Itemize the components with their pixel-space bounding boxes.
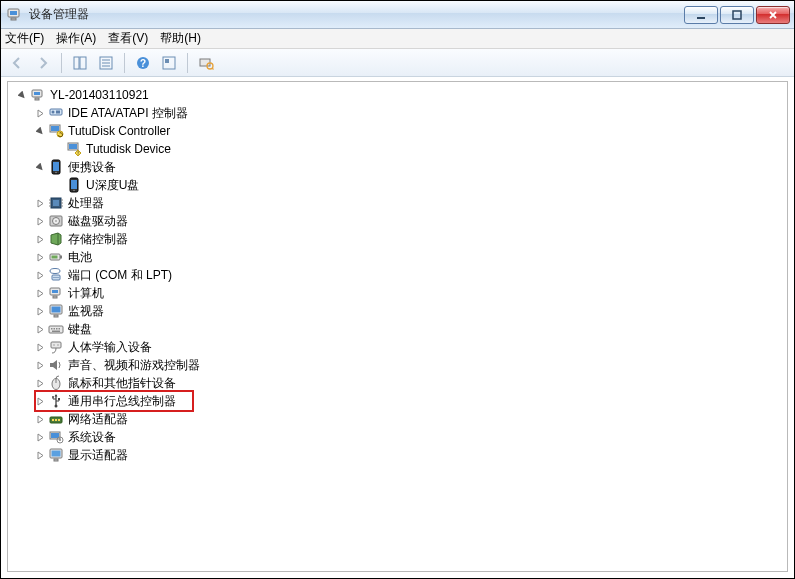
svg-rect-2	[11, 18, 16, 20]
help-button[interactable]: ?	[131, 52, 155, 74]
tree-item-label: U深度U盘	[86, 177, 139, 194]
expand-icon[interactable]	[34, 431, 46, 443]
svg-point-71	[57, 344, 58, 345]
svg-rect-69	[51, 342, 61, 348]
expand-icon[interactable]	[34, 449, 46, 461]
expand-icon[interactable]	[34, 197, 46, 209]
tree-item-usb[interactable]: 通用串行总线控制器	[12, 392, 787, 410]
close-button[interactable]	[756, 6, 790, 24]
menu-view[interactable]: 查看(V)	[108, 30, 148, 47]
svg-rect-50	[60, 256, 62, 259]
scan-hardware-button[interactable]	[194, 52, 218, 74]
tree-item-ide[interactable]: IDE ATA/ATAPI 控制器	[12, 104, 787, 122]
svg-rect-58	[52, 290, 58, 293]
forward-button[interactable]	[31, 52, 55, 74]
svg-rect-51	[52, 256, 58, 259]
tree-panel[interactable]: YL-201403110921IDE ATA/ATAPI 控制器TutuDisk…	[7, 81, 788, 572]
svg-rect-61	[52, 307, 61, 313]
svg-rect-81	[58, 419, 60, 421]
tree-item-mouse[interactable]: 鼠标和其他指针设备	[12, 374, 787, 392]
minimize-button[interactable]	[684, 6, 718, 24]
svg-rect-4	[733, 11, 741, 19]
menu-help[interactable]: 帮助(H)	[160, 30, 201, 47]
svg-point-47	[55, 220, 57, 222]
menu-action[interactable]: 操作(A)	[56, 30, 96, 47]
svg-point-22	[52, 111, 55, 114]
svg-rect-77	[58, 398, 60, 400]
svg-rect-15	[200, 59, 210, 66]
toolbar-separator	[187, 53, 188, 73]
scan-button[interactable]	[157, 52, 181, 74]
tree-item-tutudisk-device[interactable]: !Tutudisk Device	[12, 140, 787, 158]
tree-item-storage[interactable]: 存储控制器	[12, 230, 787, 248]
expand-icon[interactable]	[34, 395, 46, 407]
svg-point-55	[55, 277, 56, 278]
svg-rect-3	[697, 17, 705, 19]
expand-icon[interactable]	[34, 413, 46, 425]
expand-icon[interactable]	[34, 269, 46, 281]
tree-item-label: 磁盘驱动器	[68, 213, 128, 230]
tree-item-label: 监视器	[68, 303, 104, 320]
expand-icon[interactable]	[34, 287, 46, 299]
svg-point-74	[55, 405, 58, 408]
tree-item-network[interactable]: 网络适配器	[12, 410, 787, 428]
svg-rect-62	[54, 315, 58, 317]
svg-line-17	[212, 68, 214, 70]
tree-item-tutudisk-controller[interactable]: TutuDisk Controller	[12, 122, 787, 140]
maximize-button[interactable]	[720, 6, 754, 24]
tree-root[interactable]: YL-201403110921	[12, 86, 787, 104]
tree-item-label: 存储控制器	[68, 231, 128, 248]
device-manager-icon	[7, 7, 23, 23]
svg-point-36	[73, 190, 75, 192]
svg-point-33	[55, 172, 57, 174]
collapse-icon[interactable]	[34, 125, 46, 137]
svg-rect-83	[51, 433, 59, 438]
svg-rect-32	[53, 162, 59, 171]
tree-item-hid[interactable]: 人体学输入设备	[12, 338, 787, 356]
svg-rect-68	[52, 331, 60, 333]
menu-file[interactable]: 文件(F)	[5, 30, 44, 47]
expand-icon[interactable]	[34, 215, 46, 227]
tree-item-ports[interactable]: 端口 (COM 和 LPT)	[12, 266, 787, 284]
tree-item-label: 键盘	[68, 321, 92, 338]
properties-button[interactable]	[94, 52, 118, 74]
tree-item-keyboard[interactable]: 键盘	[12, 320, 787, 338]
tree-item-battery[interactable]: 电池	[12, 248, 787, 266]
tree-item-sound[interactable]: 声音、视频和游戏控制器	[12, 356, 787, 374]
expand-icon[interactable]	[34, 107, 46, 119]
show-hide-tree-button[interactable]	[68, 52, 92, 74]
svg-rect-80	[55, 419, 57, 421]
back-button[interactable]	[5, 52, 29, 74]
expand-icon[interactable]	[34, 359, 46, 371]
svg-rect-38	[53, 200, 59, 206]
svg-rect-25	[51, 126, 59, 131]
collapse-icon[interactable]	[16, 89, 28, 101]
svg-rect-59	[53, 296, 57, 298]
collapse-icon[interactable]	[34, 161, 46, 173]
tree-item-computer[interactable]: 计算机	[12, 284, 787, 302]
expand-icon[interactable]	[34, 341, 46, 353]
svg-point-52	[50, 269, 60, 274]
expand-icon[interactable]	[34, 323, 46, 335]
tree-item-disk[interactable]: 磁盘驱动器	[12, 212, 787, 230]
tree-item-processor[interactable]: 处理器	[12, 194, 787, 212]
toolbar-separator	[61, 53, 62, 73]
tree-item-udisk[interactable]: U深度U盘	[12, 176, 787, 194]
tree-item-label: 端口 (COM 和 LPT)	[68, 267, 172, 284]
tree-item-display[interactable]: 显示适配器	[12, 446, 787, 464]
toolbar-separator	[124, 53, 125, 73]
tree-item-monitor[interactable]: 监视器	[12, 302, 787, 320]
tree-item-label: 电池	[68, 249, 92, 266]
svg-point-56	[57, 277, 58, 278]
svg-rect-67	[59, 328, 61, 330]
svg-text:?: ?	[140, 58, 146, 69]
tree-item-portable[interactable]: 便携设备	[12, 158, 787, 176]
tree-item-label: IDE ATA/ATAPI 控制器	[68, 105, 188, 122]
svg-rect-28	[69, 144, 77, 149]
expand-icon[interactable]	[34, 251, 46, 263]
expand-icon[interactable]	[34, 377, 46, 389]
tree-item-system[interactable]: 系统设备	[12, 428, 787, 446]
expand-icon[interactable]	[34, 305, 46, 317]
tree-item-label: 显示适配器	[68, 447, 128, 464]
expand-icon[interactable]	[34, 233, 46, 245]
